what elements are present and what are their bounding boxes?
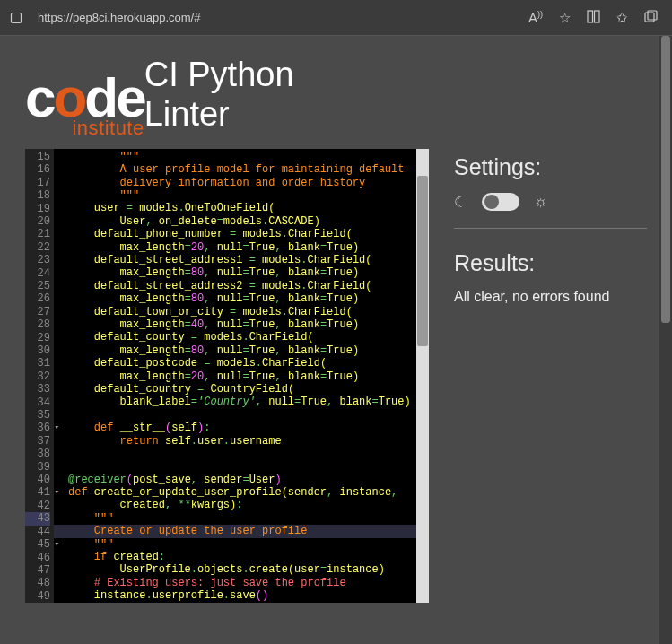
sun-icon: ☼: [534, 193, 548, 211]
sidebar: Settings: ☾ ☼ Results: All clear, no err…: [454, 149, 647, 644]
logo-code: code: [25, 74, 144, 123]
browser-actions: A)) ☆ ✩: [528, 10, 663, 26]
results-heading: Results:: [454, 250, 647, 276]
read-aloud-icon[interactable]: A)): [528, 10, 543, 25]
page-scroll-thumb[interactable]: [661, 36, 670, 323]
page-header: code institute CI Python Linter: [25, 74, 647, 136]
code-editor[interactable]: 1516171819202122232425262728293031323334…: [25, 149, 429, 603]
results-message: All clear, no errors found: [454, 289, 647, 305]
theme-settings-row: ☾ ☼: [454, 193, 647, 229]
title-line1: CI Python: [144, 56, 294, 95]
editor-scrollbar[interactable]: [416, 149, 429, 603]
toggle-knob: [484, 195, 499, 209]
code-area[interactable]: """ A user profile model for maintaining…: [54, 149, 429, 603]
svg-rect-1: [588, 11, 593, 22]
favorite-icon[interactable]: ☆: [559, 10, 571, 26]
theme-toggle[interactable]: [482, 193, 519, 211]
url-text[interactable]: https://pep8ci.herokuapp.com/#: [31, 7, 521, 28]
main-content: 1516171819202122232425262728293031323334…: [25, 149, 647, 644]
title-line2: Linter: [144, 95, 294, 135]
collections-icon[interactable]: [587, 10, 600, 26]
browser-address-bar: https://pep8ci.herokuapp.com/# A)) ☆ ✩: [0, 0, 672, 36]
line-number-gutter: 1516171819202122232425262728293031323334…: [25, 149, 54, 603]
svg-rect-2: [595, 11, 600, 22]
page-scrollbar[interactable]: [659, 36, 672, 644]
favorites-bar-icon[interactable]: ✩: [616, 10, 628, 26]
moon-icon: ☾: [454, 193, 467, 212]
app-icon[interactable]: [644, 10, 658, 26]
svg-rect-0: [12, 13, 22, 22]
editor-scroll-thumb[interactable]: [417, 176, 428, 346]
page-title: CI Python Linter: [144, 56, 294, 134]
settings-heading: Settings:: [454, 154, 647, 180]
logo: code institute: [25, 74, 144, 136]
site-info-icon[interactable]: [9, 11, 23, 25]
logo-institute: institute: [72, 119, 144, 136]
page-content: code institute CI Python Linter 15161718…: [0, 36, 672, 644]
